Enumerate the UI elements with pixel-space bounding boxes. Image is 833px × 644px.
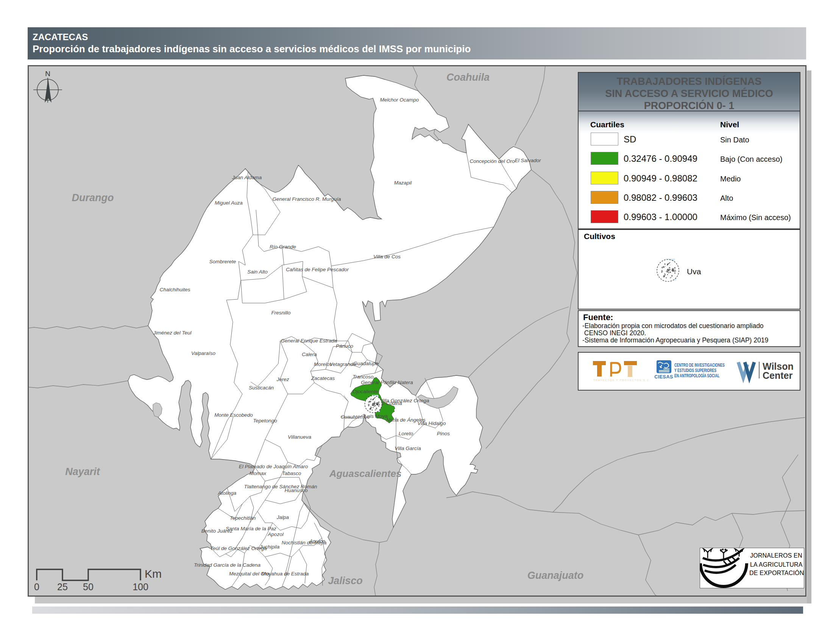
svg-text:Center: Center <box>762 370 793 381</box>
svg-text:JORNALEROS EN: JORNALEROS EN <box>750 552 802 559</box>
svg-text:CIESAS: CIESAS <box>654 374 673 380</box>
svg-text:Y ESTUDIOS SUPERIORES: Y ESTUDIOS SUPERIORES <box>674 368 716 373</box>
svg-text:TRAYECTOS Y PROYECTOS S.C.: TRAYECTOS Y PROYECTOS S.C. <box>593 379 651 382</box>
svg-text:LA AGRICULTURA: LA AGRICULTURA <box>750 562 803 568</box>
svg-text:EN ANTROPOLOGÍA SOCIAL: EN ANTROPOLOGÍA SOCIAL <box>674 373 720 378</box>
svg-text:DE EXPORTACIÓN: DE EXPORTACIÓN <box>749 569 804 576</box>
svg-text:CENTRO DE INVESTIGACIONES: CENTRO DE INVESTIGACIONES <box>674 363 725 368</box>
